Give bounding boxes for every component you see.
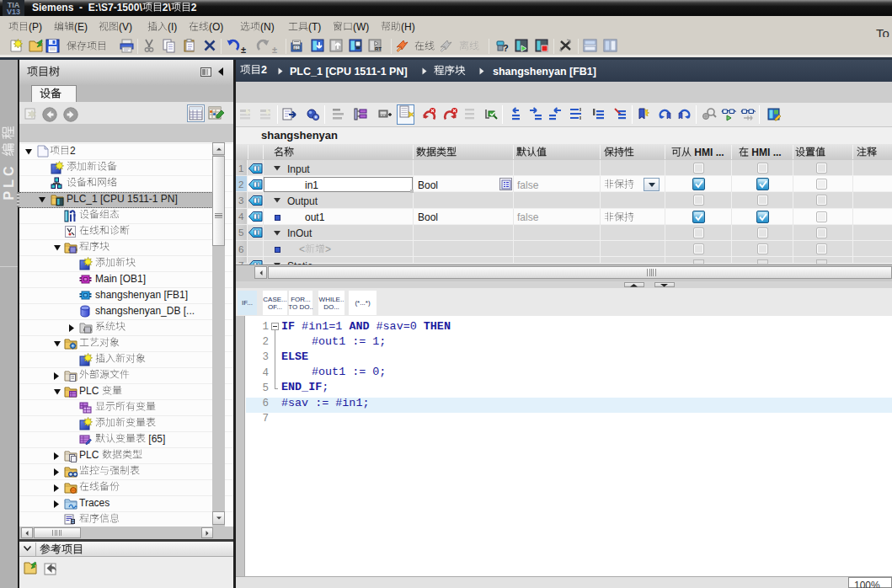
svg-text:01: 01 — [294, 45, 299, 51]
svg-text:RT: RT — [375, 46, 382, 51]
svg-text:?: ? — [503, 43, 509, 53]
